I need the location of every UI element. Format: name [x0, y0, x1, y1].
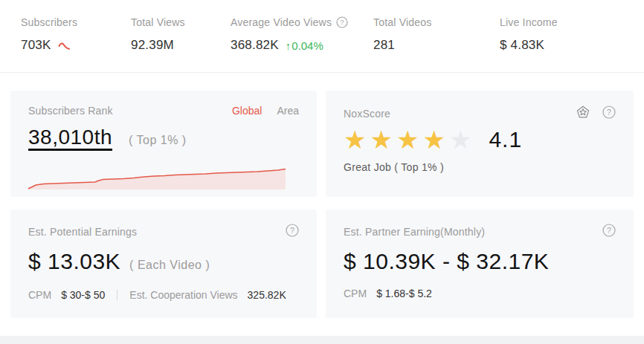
stat-value: 703K	[21, 38, 51, 53]
cpm-value: $ 30-$ 50	[61, 289, 105, 301]
stat-value: $ 4.83K	[500, 38, 544, 53]
svg-text:?: ?	[607, 108, 611, 117]
card-title: NoxScore	[344, 108, 390, 120]
star-icon: ★	[344, 126, 370, 154]
stat-label: Total Videos	[373, 16, 431, 28]
stat-label: Subscribers	[21, 16, 77, 28]
amount-note: ( Each Video )	[129, 259, 210, 272]
partner-earnings-card: Est. Partner Earning(Monthly) ? $ 10.39K…	[326, 210, 634, 318]
star-icon: ★	[449, 126, 475, 154]
stat-live-income: Live Income $ 4.83K	[500, 16, 558, 53]
stat-value: 92.39M	[131, 38, 174, 53]
card-title: Subscribers Rank	[28, 105, 113, 117]
card-title: Est. Potential Earnings	[28, 226, 137, 238]
channel-overview-page: Subscribers 703K Total Views 92.39M A	[0, 0, 644, 344]
cpm-label: CPM	[344, 288, 367, 299]
star-rating: ★★★★★	[344, 127, 475, 152]
stat-total-videos: Total Videos 281	[373, 16, 500, 53]
trend-down-icon	[58, 41, 71, 51]
stat-value: 281	[373, 38, 395, 53]
svg-text:?: ?	[340, 18, 344, 26]
help-icon[interactable]: ?	[336, 16, 348, 28]
noxscore-value: 4.1	[489, 127, 522, 152]
potential-earnings-amount: $ 13.03K	[28, 249, 120, 274]
rank-scope-tabs: Global Area	[232, 105, 299, 117]
rank-percentile-note: ( Top 1% )	[129, 134, 187, 147]
stat-label: Average Video Views	[231, 16, 332, 28]
channel-stats-bar: Subscribers 703K Total Views 92.39M A	[0, 0, 644, 73]
stat-label: Total Views	[131, 16, 185, 28]
help-icon[interactable]: ?	[602, 106, 616, 122]
star-icon: ★	[370, 126, 396, 154]
medal-pentagon-icon[interactable]	[576, 105, 590, 123]
divider	[117, 290, 117, 300]
help-icon[interactable]: ?	[602, 224, 616, 240]
star-icon: ★	[396, 126, 422, 154]
footer-bar	[0, 336, 644, 344]
rank-trend-chart	[28, 164, 286, 189]
svg-text:?: ?	[607, 226, 611, 235]
up-arrow-icon: ↑	[286, 39, 292, 52]
stats-cards-grid: Subscribers Rank Global Area 38,010th ( …	[10, 91, 634, 318]
partner-earnings-amount: $ 10.39K - $ 32.17K	[344, 249, 549, 274]
help-icon[interactable]: ?	[286, 224, 299, 240]
svg-text:?: ?	[290, 226, 294, 235]
stat-total-views: Total Views 92.39M	[131, 16, 231, 53]
noxscore-card: NoxScore ?	[326, 91, 634, 197]
cpm-label: CPM	[28, 289, 51, 301]
tab-area[interactable]: Area	[277, 105, 299, 117]
card-title: Est. Partner Earning(Monthly)	[344, 226, 485, 238]
views-delta: ↑0.04%	[286, 39, 323, 52]
stat-value: 368.82K	[231, 38, 279, 53]
star-icon: ★	[422, 126, 448, 154]
noxscore-comment: Great Job ( Top 1% )	[344, 161, 616, 173]
stat-average-video-views: Average Video Views ? 368.82K ↑0.04%	[231, 16, 373, 53]
cooperation-views-label: Est. Cooperation Views	[129, 289, 237, 301]
stat-subscribers: Subscribers 703K	[21, 16, 131, 53]
tab-global[interactable]: Global	[232, 105, 262, 117]
subscribers-rank-value[interactable]: 38,010th	[28, 126, 120, 149]
cpm-value: $ 1.68-$ 5.2	[376, 288, 432, 299]
cooperation-views-value: 325.82K	[248, 289, 286, 301]
subscribers-rank-card: Subscribers Rank Global Area 38,010th ( …	[10, 91, 317, 197]
stat-label: Live Income	[500, 16, 558, 28]
potential-earnings-card: Est. Potential Earnings ? $ 13.03K ( Eac…	[10, 210, 317, 318]
